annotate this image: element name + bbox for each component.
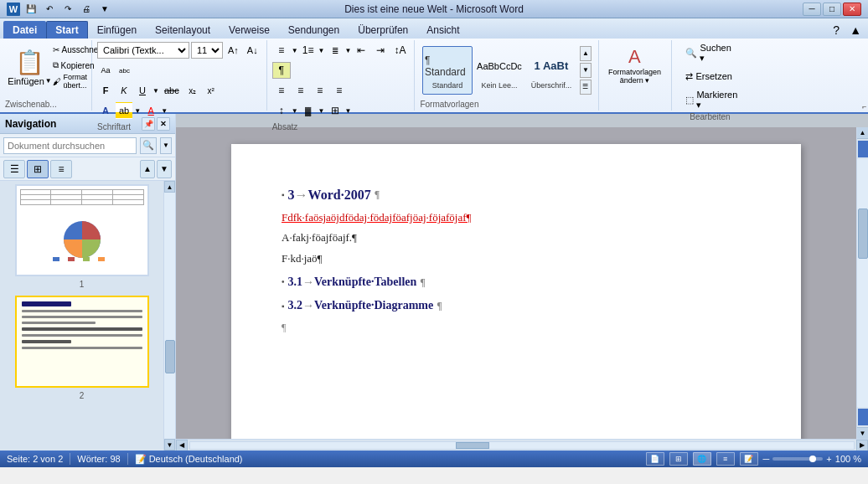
format-painter-button[interactable]: 🖌 Format übert... bbox=[50, 74, 80, 89]
right-sb-page-up[interactable] bbox=[858, 141, 868, 157]
doc-content[interactable]: ▪ 3→Word·2007 ¶ Fdfk·faösjaöjdfödaj·föda… bbox=[176, 127, 856, 439]
nav-search-arrow[interactable]: ▼ bbox=[160, 137, 172, 154]
change-styles-button[interactable]: A Formatvorlagen ändern ▾ bbox=[601, 44, 668, 87]
bold-button[interactable]: F bbox=[97, 82, 114, 99]
select-button[interactable]: ⬚ Markieren ▾ bbox=[681, 89, 738, 111]
qat-redo[interactable]: ↷ bbox=[60, 3, 75, 16]
view-fullscreen-button[interactable]: ⊞ bbox=[669, 452, 688, 466]
qat-more[interactable]: ▼ bbox=[97, 3, 112, 16]
nav-thumb-1[interactable]: 1 bbox=[3, 184, 160, 289]
right-sb-page-down[interactable] bbox=[858, 409, 868, 425]
font-color-arrow[interactable]: ▼ bbox=[161, 107, 168, 115]
nav-search-input[interactable] bbox=[3, 137, 137, 154]
ribbon-help[interactable]: ? bbox=[829, 23, 843, 37]
tab-seitenlayout[interactable]: Seitenlayout bbox=[146, 21, 220, 39]
tab-sendungen[interactable]: Sendungen bbox=[279, 21, 349, 39]
nav-next-button[interactable]: ▼ bbox=[157, 160, 172, 178]
qat-save[interactable]: 💾 bbox=[23, 3, 39, 16]
borders-arrow[interactable]: ▼ bbox=[345, 107, 352, 115]
style-keinlee[interactable]: AaBbCcDc Kein Lee... bbox=[474, 46, 524, 95]
multilevel-button[interactable]: ≣ bbox=[326, 42, 344, 59]
highlight-button[interactable]: ab bbox=[116, 102, 132, 119]
qat-print[interactable]: 🖨 bbox=[79, 3, 94, 16]
bullets-arrow[interactable]: ▼ bbox=[292, 47, 298, 54]
line-spacing-button[interactable]: ↕ bbox=[272, 102, 291, 119]
view-outline-button[interactable]: ≡ bbox=[716, 452, 735, 466]
style-standard[interactable]: ¶ Standard Standard bbox=[422, 46, 473, 95]
bsb-left[interactable]: ◀ bbox=[176, 440, 188, 451]
bsb-right[interactable]: ▶ bbox=[856, 440, 868, 451]
shading-button[interactable]: ▓ bbox=[299, 102, 318, 119]
paste-button[interactable]: 📋 Einfügen ▼ bbox=[12, 42, 49, 92]
align-right-button[interactable]: ≡ bbox=[311, 82, 329, 99]
show-formatting-button[interactable]: ¶ bbox=[272, 62, 291, 79]
align-center-button[interactable]: ≡ bbox=[292, 82, 310, 99]
nav-results-view[interactable]: ≡ bbox=[50, 160, 72, 178]
tab-ueberpruefen[interactable]: Überprüfen bbox=[349, 21, 417, 39]
nav-search-button[interactable]: 🔍 bbox=[140, 137, 157, 154]
view-web-button[interactable]: 🌐 bbox=[693, 452, 711, 466]
tab-einfuegen[interactable]: Einfügen bbox=[88, 21, 146, 39]
doc-page[interactable]: ▪ 3→Word·2007 ¶ Fdfk·faösjaöjdfödaj·föda… bbox=[231, 144, 801, 439]
styles-scroll-up[interactable]: ▲ bbox=[580, 46, 592, 61]
styles-expand-icon[interactable]: ⌐ bbox=[862, 103, 866, 111]
borders-button[interactable]: ⊞ bbox=[326, 102, 344, 119]
tab-datei[interactable]: Datei bbox=[3, 21, 46, 39]
view-draft-button[interactable]: 📝 bbox=[740, 452, 758, 466]
font-grow-button[interactable]: A↑ bbox=[225, 42, 242, 59]
ribbon-minimize[interactable]: ▲ bbox=[846, 23, 865, 37]
right-sb-up[interactable]: ▲ bbox=[857, 127, 868, 139]
superscript-button[interactable]: x² bbox=[203, 82, 220, 99]
italic-button[interactable]: K bbox=[116, 82, 132, 99]
font-color-button[interactable]: A bbox=[142, 102, 159, 119]
numbering-arrow[interactable]: ▼ bbox=[318, 47, 325, 54]
decrease-indent-button[interactable]: ⇤ bbox=[352, 42, 370, 59]
search-button[interactable]: 🔍 Suchen ▾ bbox=[681, 42, 738, 64]
bsb-thumb[interactable] bbox=[456, 442, 489, 449]
subscript-button[interactable]: x₂ bbox=[184, 82, 201, 99]
nav-prev-button[interactable]: ▲ bbox=[140, 160, 155, 178]
tab-verweise[interactable]: Verweise bbox=[220, 21, 279, 39]
tab-ansicht[interactable]: Ansicht bbox=[417, 21, 468, 39]
zoom-plus[interactable]: + bbox=[826, 454, 831, 464]
style-ueberschrift[interactable]: 1 AaBt Überschrif... bbox=[526, 46, 576, 95]
font-abc-button[interactable]: abc bbox=[116, 62, 133, 79]
cut-button[interactable]: ✂ Ausschneiden bbox=[50, 42, 80, 57]
nav-thumb-2[interactable]: 2 bbox=[3, 296, 160, 400]
copy-button[interactable]: ⧉ Kopieren bbox=[50, 58, 80, 73]
right-sb-down[interactable]: ▼ bbox=[857, 427, 868, 439]
underline-arrow[interactable]: ▼ bbox=[152, 87, 159, 95]
numbering-button[interactable]: 1≡ bbox=[299, 42, 318, 59]
strikethrough-button[interactable]: abc bbox=[161, 82, 183, 99]
view-print-button[interactable]: 📄 bbox=[646, 452, 664, 466]
close-button[interactable]: ✕ bbox=[843, 3, 861, 16]
nav-pages-view[interactable]: ⊞ bbox=[27, 160, 49, 178]
multilevel-arrow[interactable]: ▼ bbox=[345, 47, 352, 54]
zoom-track[interactable] bbox=[772, 457, 823, 461]
styles-more[interactable]: ☰ bbox=[580, 80, 592, 95]
replace-button[interactable]: ⇄ Ersetzen bbox=[681, 65, 738, 87]
tab-start[interactable]: Start bbox=[46, 21, 87, 39]
font-case-button[interactable]: Aa bbox=[97, 62, 114, 79]
nav-sb-down[interactable]: ▼ bbox=[164, 439, 175, 451]
line-spacing-arrow[interactable]: ▼ bbox=[292, 107, 298, 115]
underline-button[interactable]: U bbox=[134, 82, 151, 99]
language-status[interactable]: 📝 Deutsch (Deutschland) bbox=[135, 454, 243, 465]
nav-headings-view[interactable]: ☰ bbox=[3, 160, 25, 178]
font-name-select[interactable]: Calibri (Textk... bbox=[97, 42, 189, 59]
nav-sb-up[interactable]: ▲ bbox=[164, 181, 175, 193]
bullets-button[interactable]: ≡ bbox=[272, 42, 291, 59]
text-effects-button[interactable]: A bbox=[97, 102, 114, 119]
align-left-button[interactable]: ≡ bbox=[272, 82, 291, 99]
increase-indent-button[interactable]: ⇥ bbox=[371, 42, 390, 59]
right-sb-thumb[interactable] bbox=[858, 209, 868, 259]
minimize-button[interactable]: ─ bbox=[803, 3, 821, 16]
shading-arrow[interactable]: ▼ bbox=[318, 107, 325, 115]
zoom-minus[interactable]: ─ bbox=[763, 454, 770, 464]
sort-button[interactable]: ↕A bbox=[390, 42, 409, 59]
highlight-arrow[interactable]: ▼ bbox=[134, 107, 141, 115]
maximize-button[interactable]: □ bbox=[823, 3, 841, 16]
justify-button[interactable]: ≡ bbox=[330, 82, 349, 99]
font-size-select[interactable]: 11 bbox=[191, 42, 223, 59]
nav-sb-thumb[interactable] bbox=[165, 340, 175, 373]
